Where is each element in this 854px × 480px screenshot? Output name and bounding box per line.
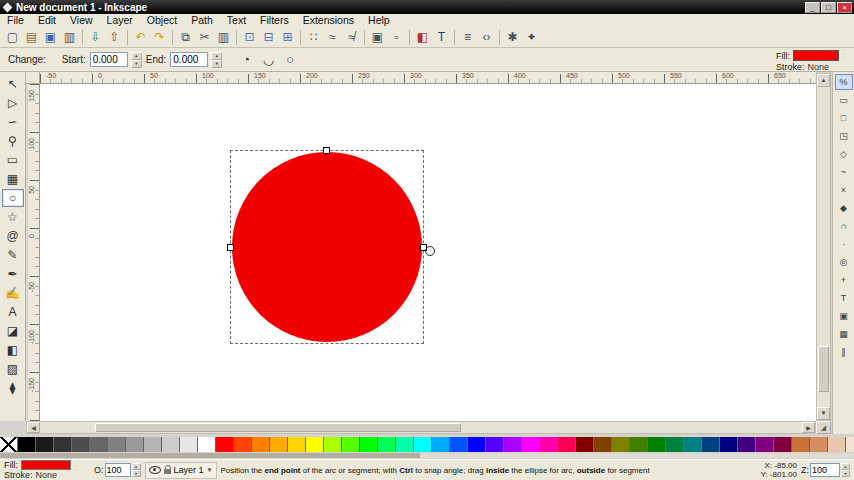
preferences-button[interactable]: ✦ (522, 28, 541, 46)
tool-pencil[interactable]: ✎ (2, 246, 24, 264)
spin-down-button[interactable]: ▼ (132, 470, 141, 477)
palette-swatch[interactable] (360, 437, 377, 452)
snap-bbox-button[interactable]: ▭ (835, 92, 853, 108)
spin-up-button[interactable]: ▲ (132, 463, 141, 470)
tool-calligraphy[interactable]: ✍ (2, 284, 24, 302)
horizontal-scrollbar-thumb[interactable] (95, 423, 461, 432)
menu-layer[interactable]: Layer (100, 14, 140, 27)
palette-swatch[interactable] (216, 437, 233, 452)
snap-bbox-edges-button[interactable]: □ (835, 110, 853, 126)
palette-swatch[interactable] (198, 437, 215, 452)
palette-swatch[interactable] (180, 437, 197, 452)
palette-swatch[interactable] (846, 437, 854, 452)
palette-swatch[interactable] (450, 437, 467, 452)
export-button[interactable]: ⇧ (105, 28, 124, 46)
spin-down-button[interactable]: ▼ (131, 60, 142, 68)
snap-enable-button[interactable]: % (835, 74, 853, 90)
spin-up-button[interactable]: ▲ (131, 52, 142, 60)
palette-swatch[interactable] (594, 437, 611, 452)
vertical-scrollbar[interactable]: ▲ ▼ (816, 73, 831, 421)
arc-start-input[interactable] (90, 52, 128, 67)
snap-cusp-nodes-button[interactable]: ◆ (835, 200, 853, 216)
group-button[interactable]: ▣ (368, 28, 387, 46)
maximize-button[interactable]: □ (821, 2, 836, 13)
horizontal-scrollbar[interactable]: ◀ ▶ (26, 421, 816, 434)
unlink-clone-button[interactable]: ≉ (342, 28, 361, 46)
arc-endpoint-handle[interactable] (425, 246, 435, 256)
palette-swatch[interactable] (684, 437, 701, 452)
palette-swatch[interactable] (486, 437, 503, 452)
menu-view[interactable]: View (63, 14, 100, 27)
palette-scrollbar-thumb[interactable] (0, 453, 420, 458)
layer-visibility-icon[interactable] (149, 466, 161, 474)
redo-button[interactable]: ↷ (150, 28, 169, 46)
status-stroke-value[interactable]: None (36, 470, 58, 480)
fill-stroke-dialog-button[interactable]: ◧ (413, 28, 432, 46)
layer-lock-icon[interactable] (164, 469, 171, 474)
print-document-button[interactable]: ▥ (60, 28, 79, 46)
palette-swatch[interactable] (576, 437, 593, 452)
tool-paint-bucket[interactable]: ◧ (2, 341, 24, 359)
palette-swatch-none[interactable] (0, 437, 17, 452)
stroke-indicator-value[interactable]: None (808, 62, 830, 72)
close-button[interactable]: × (837, 2, 852, 13)
layer-indicator[interactable]: Layer 1 ▼ (145, 462, 217, 479)
snap-path-intersections-button[interactable]: × (835, 182, 853, 198)
snap-text-baselines-button[interactable]: T (835, 290, 853, 306)
palette-swatch[interactable] (540, 437, 557, 452)
arc-slice-button[interactable]: ◔ (236, 50, 256, 70)
tool-3dbox[interactable]: ▦ (2, 170, 24, 188)
spin-up-button[interactable]: ▲ (841, 463, 850, 470)
tool-node-editor[interactable]: ▷ (2, 94, 24, 112)
snap-nodes-button[interactable]: ◇ (835, 146, 853, 162)
scroll-right-button[interactable]: ▶ (802, 422, 815, 433)
menu-text[interactable]: Text (220, 14, 253, 27)
xml-editor-button[interactable]: ‹› (477, 28, 496, 46)
resize-grip[interactable]: ◢ (816, 421, 831, 434)
current-layer-name[interactable]: Layer 1 (174, 465, 204, 475)
snap-bbox-corners-button[interactable]: ◳ (835, 128, 853, 144)
palette-swatch[interactable] (324, 437, 341, 452)
tool-dropper[interactable]: ⧫ (2, 379, 24, 397)
palette-swatch[interactable] (738, 437, 755, 452)
snap-guides-button[interactable]: ∥ (835, 344, 853, 360)
palette-swatch[interactable] (144, 437, 161, 452)
palette-swatch[interactable] (252, 437, 269, 452)
arc-end-input[interactable] (170, 52, 208, 67)
palette-swatch[interactable] (558, 437, 575, 452)
text-dialog-button[interactable]: T (432, 28, 451, 46)
menu-help[interactable]: Help (361, 14, 397, 27)
zoom-input[interactable] (810, 463, 840, 477)
palette-swatch[interactable] (810, 437, 827, 452)
menu-edit[interactable]: Edit (31, 14, 63, 27)
tool-gradient[interactable]: ▨ (2, 360, 24, 378)
tool-text[interactable]: A (2, 303, 24, 321)
palette-swatch[interactable] (630, 437, 647, 452)
zoom-to-page-button[interactable]: ⊞ (278, 28, 297, 46)
paste-button[interactable]: ▥ (214, 28, 233, 46)
ellipse-top-handle[interactable] (323, 147, 330, 154)
status-fill-swatch[interactable] (21, 460, 71, 470)
tool-star[interactable]: ☆ (2, 208, 24, 226)
palette-swatch[interactable] (648, 437, 665, 452)
snap-grids-button[interactable]: ▦ (835, 326, 853, 342)
import-button[interactable]: ⇩ (86, 28, 105, 46)
horizontal-ruler[interactable]: -500501001502002503003504004505005506006… (40, 72, 816, 84)
zoom-to-selection-button[interactable]: ⊡ (240, 28, 259, 46)
create-clone-button[interactable]: ≈ (323, 28, 342, 46)
layer-dropdown-arrow[interactable]: ▼ (207, 467, 213, 473)
menu-path[interactable]: Path (184, 14, 220, 27)
vertical-ruler[interactable]: 150100500-50-100-150 (28, 84, 40, 421)
palette-swatch[interactable] (270, 437, 287, 452)
tool-ellipse[interactable]: ○ (2, 189, 24, 207)
arc-open-button[interactable]: ◡ (258, 50, 278, 70)
vertical-scrollbar-thumb[interactable] (818, 346, 829, 392)
snap-object-centers-button[interactable]: ◎ (835, 254, 853, 270)
palette-swatch[interactable] (108, 437, 125, 452)
palette-swatch[interactable] (306, 437, 323, 452)
palette-swatch[interactable] (54, 437, 71, 452)
tool-selector[interactable]: ↖ (2, 75, 24, 93)
palette-swatch[interactable] (828, 437, 845, 452)
palette-swatch[interactable] (126, 437, 143, 452)
tool-rectangle[interactable]: ▭ (2, 151, 24, 169)
